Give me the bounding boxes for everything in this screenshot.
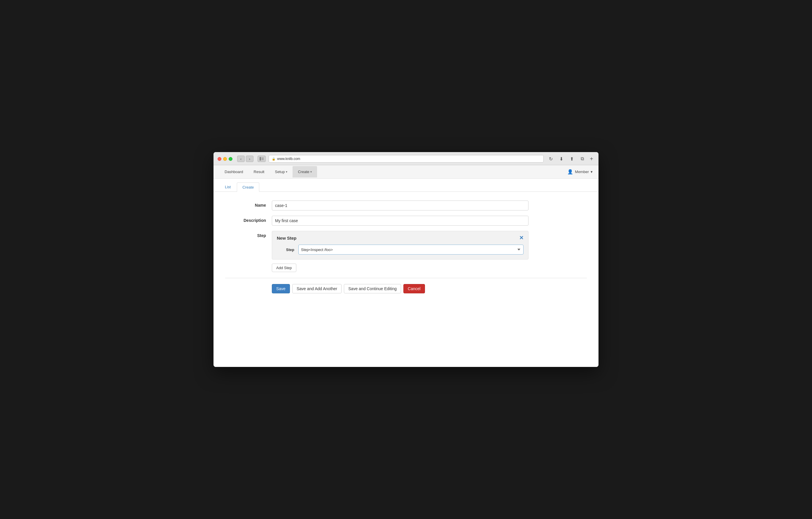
url-text: www.knilb.com — [277, 157, 300, 161]
cancel-button[interactable]: Cancel — [403, 284, 425, 293]
page-tabs: List Create — [213, 179, 599, 192]
browser-nav-buttons: ‹ › — [237, 156, 254, 162]
tab-list[interactable]: List — [219, 182, 236, 191]
save-button[interactable]: Save — [272, 284, 290, 293]
save-add-button[interactable]: Save and Add Another — [292, 284, 342, 293]
setup-dropdown-arrow: ▾ — [286, 170, 287, 173]
nav-result-label: Result — [254, 170, 265, 174]
description-label: Description — [225, 216, 272, 223]
app-nav: Dashboard Result Setup ▾ Create ▾ 👤 Memb… — [213, 165, 599, 179]
back-button[interactable]: ‹ — [237, 156, 245, 162]
form-divider — [225, 278, 587, 278]
cancel-label: Cancel — [408, 286, 420, 291]
svg-rect-3 — [262, 160, 264, 160]
user-label: Member — [575, 170, 589, 174]
svg-rect-0 — [260, 157, 261, 161]
lock-icon: 🔒 — [272, 157, 276, 161]
save-continue-button[interactable]: Save and Continue Editing — [344, 284, 401, 293]
save-add-label: Save and Add Another — [297, 286, 337, 291]
svg-rect-2 — [262, 159, 264, 159]
tab-list-label: List — [225, 185, 231, 189]
form-group-step: Step New Step ✕ Step Step<Inspect /foo> … — [225, 231, 587, 272]
browser-chrome: ‹ › 🔒 www.knilb.com ↻ ⬇ ⬆ ⧉ + — [213, 152, 599, 165]
step-inner-group: Step Step<Inspect /foo> Step<Navigate /h… — [277, 245, 524, 254]
download-button[interactable]: ⬇ — [557, 156, 565, 162]
nav-item-dashboard[interactable]: Dashboard — [219, 166, 249, 177]
step-container: New Step ✕ Step Step<Inspect /foo> Step<… — [272, 231, 528, 272]
tab-create-label: Create — [242, 185, 254, 189]
save-continue-label: Save and Continue Editing — [348, 286, 397, 291]
nav-items: Dashboard Result Setup ▾ Create ▾ — [219, 166, 317, 177]
nav-create-label: Create — [298, 170, 309, 174]
nav-item-setup[interactable]: Setup ▾ — [269, 166, 293, 177]
traffic-lights — [218, 157, 232, 161]
step-select[interactable]: Step<Inspect /foo> Step<Navigate /home> … — [298, 245, 524, 254]
page-content: Name Description Step New Step ✕ Step — [213, 192, 599, 367]
description-input[interactable] — [272, 216, 528, 226]
user-icon: 👤 — [567, 169, 573, 174]
step-inner-label: Step — [277, 248, 294, 252]
close-traffic-light[interactable] — [218, 157, 221, 161]
step-box-title: New Step — [277, 236, 297, 241]
minimize-traffic-light[interactable] — [223, 157, 227, 161]
sidebar-toggle-button[interactable] — [258, 156, 266, 162]
add-step-button[interactable]: Add Step — [272, 264, 296, 272]
address-bar[interactable]: 🔒 www.knilb.com — [269, 155, 544, 163]
new-step-box: New Step ✕ Step Step<Inspect /foo> Step<… — [272, 231, 528, 260]
nav-item-create[interactable]: Create ▾ — [293, 166, 317, 177]
add-step-label: Add Step — [276, 266, 292, 270]
form-group-description: Description — [225, 216, 587, 226]
maximize-traffic-light[interactable] — [229, 157, 232, 161]
forward-button[interactable]: › — [246, 156, 254, 162]
form-group-name: Name — [225, 200, 587, 211]
refresh-button[interactable]: ↻ — [547, 156, 555, 162]
svg-rect-1 — [262, 158, 264, 158]
add-tab-button[interactable]: + — [588, 156, 594, 162]
browser-titlebar: ‹ › 🔒 www.knilb.com ↻ ⬇ ⬆ ⧉ + — [218, 155, 594, 163]
nav-dashboard-label: Dashboard — [225, 170, 243, 174]
step-label: Step — [225, 231, 272, 238]
nav-user-menu[interactable]: 👤 Member ▾ — [567, 169, 593, 174]
create-dropdown-arrow: ▾ — [310, 170, 312, 173]
tab-create[interactable]: Create — [237, 183, 259, 192]
user-dropdown-arrow: ▾ — [591, 170, 593, 174]
name-input[interactable] — [272, 200, 528, 211]
action-buttons: Save Save and Add Another Save and Conti… — [225, 284, 587, 293]
browser-actions: ↻ ⬇ ⬆ ⧉ + — [547, 156, 594, 162]
step-box-header: New Step ✕ — [277, 235, 524, 241]
save-label: Save — [276, 286, 286, 291]
nav-item-result[interactable]: Result — [249, 166, 270, 177]
step-close-button[interactable]: ✕ — [519, 235, 524, 241]
share-button[interactable]: ⬆ — [568, 156, 576, 162]
name-label: Name — [225, 200, 272, 208]
browser-window: ‹ › 🔒 www.knilb.com ↻ ⬇ ⬆ ⧉ + — [213, 152, 599, 367]
new-tab-button[interactable]: ⧉ — [578, 156, 586, 162]
nav-setup-label: Setup — [275, 170, 285, 174]
